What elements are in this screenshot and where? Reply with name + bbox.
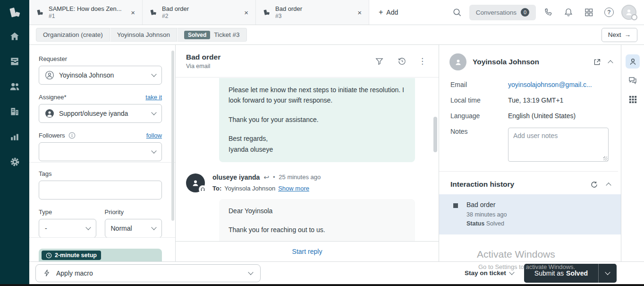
- message-paragraph: Please let me know the next steps to ini…: [229, 85, 406, 106]
- open-in-new-button[interactable]: [593, 58, 601, 66]
- type-select[interactable]: -: [39, 219, 96, 238]
- interaction-history-header: Interaction history: [439, 172, 621, 194]
- language-row: Language English (United States): [450, 112, 609, 120]
- interaction-history-title: Interaction history: [450, 180, 590, 189]
- assignee-value: Support/oluseye iyanda: [59, 110, 128, 117]
- follow-link[interactable]: follow: [146, 132, 162, 139]
- breadcrumb-organization[interactable]: Organization (create): [36, 28, 110, 42]
- submit-as-solved-button[interactable]: Submit as Solved: [524, 264, 598, 283]
- breadcrumb: Organization (create) Yoyinsola Johnson …: [36, 28, 247, 42]
- search-button[interactable]: [449, 4, 465, 20]
- customer-avatar: [449, 53, 466, 70]
- interaction-history-item[interactable]: Bad order 38 minutes ago Status Solved: [439, 194, 621, 234]
- show-more-link[interactable]: Show more: [278, 185, 309, 192]
- sidebar-nav: [0, 31, 29, 167]
- zendesk-agent-workspace: SAMPLE: How does Zen... #1 × Bad order #…: [0, 0, 644, 286]
- stay-on-ticket-select[interactable]: Stay on ticket: [465, 269, 514, 277]
- submit-button-group: Submit as Solved: [524, 264, 617, 283]
- followers-select[interactable]: [39, 142, 162, 161]
- phone-button[interactable]: [540, 4, 556, 20]
- refresh-button[interactable]: [590, 181, 598, 189]
- chevron-down-icon: [151, 71, 156, 77]
- breadcrumb-bar: Organization (create) Yoyinsola Johnson …: [29, 25, 644, 45]
- tab-ticket-2[interactable]: Bad order #2 ×: [143, 0, 256, 25]
- requester-select[interactable]: Yoyinsola Johnson: [39, 66, 162, 85]
- fields-scrollbar[interactable]: [171, 51, 174, 221]
- submit-options-button[interactable]: [599, 264, 617, 283]
- sidebar-item-organizations[interactable]: [7, 106, 23, 117]
- tab-subtitle: #2: [162, 13, 237, 19]
- conversation-scrollbar[interactable]: [433, 117, 437, 152]
- breadcrumb-ticket-label: Ticket #3: [214, 31, 239, 38]
- agent-name: oluseye iyanda: [212, 173, 260, 181]
- apply-macro-label: Apply macro: [56, 269, 93, 277]
- customer-context-panel: Yoyinsola Johnson Email yoyinsolajohnson…: [439, 45, 621, 261]
- priority-select[interactable]: Normal: [105, 219, 162, 238]
- notifications-button[interactable]: [560, 4, 576, 20]
- tab-title: SAMPLE: How does Zen...: [49, 5, 124, 12]
- reporting-icon: [9, 131, 20, 142]
- chevron-down-icon: [605, 269, 610, 275]
- plus-icon: +: [379, 8, 383, 17]
- start-reply-button[interactable]: Start reply: [176, 241, 439, 261]
- history-item-title: Bad order: [466, 201, 611, 208]
- history-icon: [398, 57, 407, 66]
- conversations-tab-button[interactable]: [626, 73, 640, 87]
- app-sidebar: [0, 0, 29, 284]
- kebab-menu-icon[interactable]: ⋮: [416, 56, 428, 66]
- start-reply-label: Start reply: [292, 248, 322, 255]
- breadcrumb-customer[interactable]: Yoyinsola Johnson: [110, 28, 177, 42]
- tab-text: Bad order #2: [162, 5, 237, 19]
- ticket-subject: Bad order: [186, 53, 220, 61]
- tags-input[interactable]: [39, 181, 162, 199]
- chevron-down-icon: [85, 225, 91, 230]
- apps-button[interactable]: [581, 4, 597, 20]
- tags-label: Tags: [39, 170, 51, 177]
- tab-title: Bad order: [162, 5, 237, 12]
- sidebar-item-home[interactable]: [7, 31, 23, 42]
- history-item-time: 38 minutes ago: [466, 211, 611, 218]
- views-icon: [9, 56, 20, 67]
- ticket-footer: Apply macro Stay on ticket Submit as Sol…: [29, 261, 644, 284]
- notes-label: Notes: [450, 128, 508, 135]
- conversations-button[interactable]: Conversations 0: [469, 5, 536, 20]
- grid-icon: [584, 8, 593, 17]
- apps-tab-button[interactable]: [626, 92, 640, 106]
- notes-row: Notes: [450, 128, 609, 163]
- sidebar-item-admin[interactable]: [7, 156, 23, 167]
- close-icon[interactable]: ×: [355, 8, 364, 17]
- status-value: Solved: [486, 220, 504, 227]
- collapse-chevron-icon[interactable]: [608, 60, 613, 65]
- setup-promo-card[interactable]: 2-minute setup: [39, 249, 162, 261]
- user-avatar-menu[interactable]: [621, 5, 636, 20]
- assignee-select[interactable]: Support/oluseye iyanda: [39, 104, 162, 123]
- events-history-button[interactable]: [394, 53, 410, 69]
- tab-ticket-3[interactable]: Bad order #3 ×: [256, 0, 369, 25]
- lightning-icon: [43, 269, 51, 277]
- conversations-label: Conversations: [476, 9, 517, 16]
- chat-bubbles-icon: [628, 76, 637, 85]
- agent-meta: oluseye iyanda ↩ • 25 minutes ago To: Yo…: [212, 173, 321, 192]
- tab-ticket-1[interactable]: SAMPLE: How does Zen... #1 ×: [29, 0, 143, 25]
- apply-macro-select[interactable]: Apply macro: [35, 264, 261, 282]
- reply-icon: ↩: [263, 173, 269, 181]
- close-icon[interactable]: ×: [128, 8, 137, 17]
- zendesk-logo[interactable]: [0, 0, 29, 25]
- message-timestamp: 25 minutes ago: [279, 173, 321, 181]
- customer-tab-button[interactable]: [626, 54, 640, 69]
- filter-button[interactable]: [371, 53, 387, 69]
- email-value[interactable]: yoyinsolajohnson@gmail.c...: [508, 81, 592, 88]
- close-icon[interactable]: ×: [242, 8, 251, 17]
- sidebar-item-reporting[interactable]: [7, 131, 23, 142]
- sidebar-item-customers[interactable]: [7, 81, 23, 92]
- breadcrumb-ticket[interactable]: Solved Ticket #3: [177, 28, 247, 42]
- add-tab-button[interactable]: + Add: [369, 0, 407, 25]
- help-button[interactable]: ?: [601, 4, 617, 20]
- user-notes-input[interactable]: [508, 128, 609, 162]
- take-it-link[interactable]: take it: [145, 94, 162, 101]
- conversation-scroll-area[interactable]: Please let me know the next steps to ini…: [176, 78, 439, 241]
- ticket-status-badge: Solved: [184, 31, 210, 39]
- sidebar-item-views[interactable]: [7, 56, 23, 67]
- next-ticket-button[interactable]: Next →: [602, 28, 637, 42]
- collapse-chevron-icon[interactable]: [606, 182, 611, 188]
